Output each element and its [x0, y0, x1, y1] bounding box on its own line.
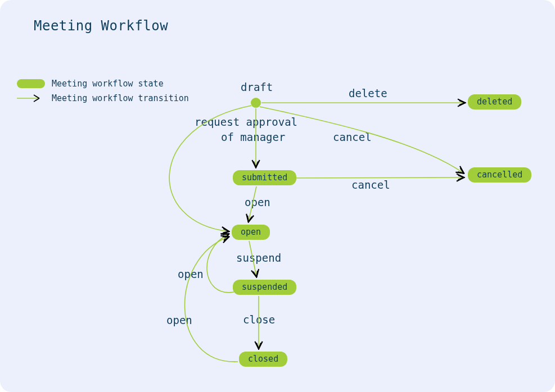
- diagram-title: Meeting Workflow: [34, 18, 168, 34]
- state-cancelled: cancelled: [468, 167, 531, 183]
- legend-row-state: Meeting workflow state: [17, 79, 189, 89]
- start-dot: [251, 98, 261, 108]
- edge-submitted-cancelled: [288, 177, 463, 178]
- transition-label-open-submitted: open: [245, 196, 270, 208]
- transition-label-delete: delete: [349, 87, 387, 99]
- transition-label-request-approval-2: of manager: [221, 131, 285, 143]
- legend-row-transition: Meeting workflow transition: [17, 93, 189, 103]
- edges: [0, 0, 555, 392]
- legend-transition-icon: [17, 94, 45, 103]
- state-suspended: suspended: [233, 280, 296, 295]
- transition-label-cancel-submitted: cancel: [351, 179, 390, 191]
- legend-transition-label: Meeting workflow transition: [52, 93, 189, 103]
- state-open: open: [232, 225, 270, 240]
- transition-label-open-closed: open: [166, 314, 192, 326]
- state-deleted: deleted: [468, 94, 521, 110]
- state-submitted: submitted: [233, 170, 296, 185]
- state-label-draft: draft: [241, 81, 273, 93]
- legend: Meeting workflow state Meeting workflow …: [17, 79, 189, 108]
- legend-state-icon: [17, 79, 45, 88]
- transition-label-request-approval-1: request approval: [195, 116, 297, 128]
- transition-label-open-suspended: open: [178, 268, 204, 280]
- edge-closed-open: [185, 237, 238, 362]
- state-closed: closed: [239, 352, 287, 367]
- transition-label-close: close: [243, 313, 275, 326]
- workflow-diagram: Meeting Workflow Meeting workflow state …: [0, 0, 555, 392]
- edge-suspended-open: [207, 234, 234, 293]
- legend-state-label: Meeting workflow state: [52, 79, 164, 89]
- transition-label-suspend: suspend: [236, 252, 281, 264]
- transition-label-cancel-draft: cancel: [333, 131, 372, 143]
